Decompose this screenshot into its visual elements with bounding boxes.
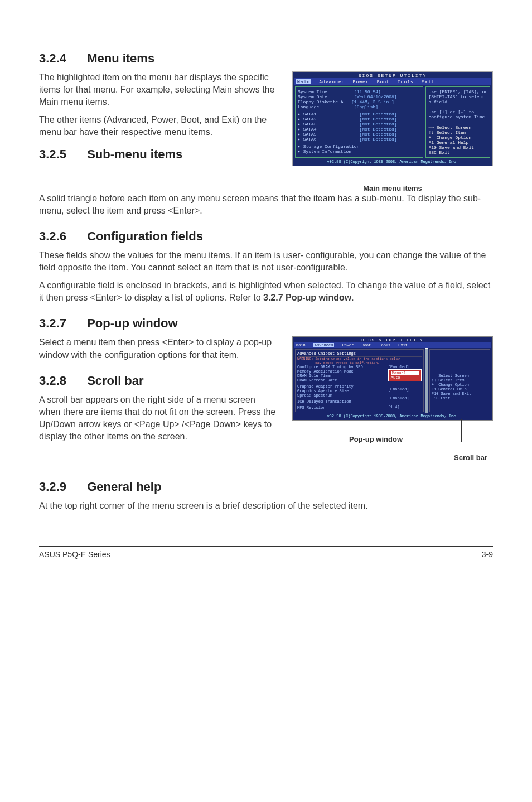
bios-item: System Date — [298, 94, 327, 99]
bios-footer: v02.58 (C)Copyright 1985-2008, American … — [294, 159, 491, 165]
para-324-2: The other items (Advanced, Power, Boot, … — [39, 114, 281, 138]
bios-submenu: Storage Configuration — [298, 144, 420, 149]
bios-item: SATA5 — [303, 132, 317, 137]
para-325-1: A solid triangle before each item on any… — [39, 192, 493, 217]
tab: Main — [296, 343, 306, 347]
sect-num: 3.2.8 — [39, 374, 84, 388]
warning-text: WARNING: Setting wrong values in the sec… — [297, 357, 422, 365]
popup-option: Manual — [391, 371, 419, 375]
bios-help-panel: Use [ENTER], [TAB], or [SHIFT-TAB] to se… — [425, 86, 490, 158]
nav-line: F10 Save and Exit — [428, 145, 487, 150]
tab-main: Main — [296, 79, 311, 84]
bios-advanced-panel: Advanced Chipset Settings WARNING: Setti… — [295, 349, 424, 412]
help-line: a field. — [428, 99, 487, 104]
tab-exit: Exit — [422, 79, 434, 84]
footer-right: 3-9 — [482, 550, 493, 559]
sect-title: Pop-up window — [87, 316, 178, 330]
sect-num: 3.2.5 — [39, 147, 84, 162]
tab-tools: Tools — [398, 79, 414, 84]
sect-num: 3.2.9 — [39, 480, 84, 494]
help-line: [SHIFT-TAB] to select — [428, 94, 487, 99]
nav-line: ←→ Select Screen — [428, 125, 487, 130]
scroll-bar — [425, 348, 428, 413]
bios-popup-screenshot: BIOS SETUP UTILITY Main Advanced Power B… — [292, 336, 493, 421]
bios-value: [Not Detected] — [359, 117, 396, 122]
tab-boot: Boot — [377, 79, 390, 84]
figure-caption-main-menu: Main menu items — [292, 184, 493, 192]
page-footer: ASUS P5Q-E Series 3-9 — [39, 546, 493, 559]
bios-value: [Not Detected] — [359, 127, 396, 132]
bios-item: Language — [298, 104, 319, 109]
bios-value: [Wed 04/16/2008] — [354, 94, 397, 99]
sect-num: 3.2.6 — [39, 229, 84, 244]
bios-value: [1.44M, 3.5 in.] — [351, 99, 394, 104]
heading-326: 3.2.6 Configuration fields — [39, 229, 493, 244]
tab: Exit — [398, 343, 408, 347]
bios-value: [1.4] — [388, 405, 422, 409]
bios-item: Graphics Aperture Size — [297, 389, 388, 393]
bios-nav-panel: ←→ Select Screen ↑↓ Select Item +- Chang… — [429, 349, 490, 412]
bios-item: DRAM Idle Timer — [297, 374, 388, 378]
bios-menu-bar: Main Advanced Power Boot Tools Exit — [294, 342, 491, 348]
bios-submenu: System Information — [298, 149, 420, 154]
figure-caption-popup: Pop-up window — [259, 435, 493, 443]
bios-item: Memory Acceleration Mode — [297, 369, 388, 374]
nav-line: ESC Exit — [428, 150, 487, 155]
bios-footer: v02.58 (C)Copyright 1985-2008, American … — [294, 413, 491, 419]
bios-item: Configure DRAM Timing by SPD — [297, 365, 388, 369]
heading-324: 3.2.4 Menu items — [39, 51, 493, 66]
bios-item: SATA1 — [303, 112, 317, 117]
help-line: Use [ENTER], [TAB], or — [428, 89, 487, 94]
tab: Boot — [361, 343, 371, 347]
heading-327: 3.2.7 Pop-up window — [39, 316, 493, 331]
nav-line: +- Change Option — [432, 383, 488, 387]
help-line: Use [+] or [-] to — [428, 109, 487, 114]
bios-banner: BIOS SETUP UTILITY — [294, 338, 491, 342]
sect-title: Scroll bar — [87, 374, 143, 388]
panel-header: Advanced Chipset Settings — [297, 351, 422, 356]
nav-line: ESC Exit — [432, 396, 488, 400]
nav-line: F10 Save and Exit — [432, 392, 488, 396]
bios-value: [Not Detected] — [359, 132, 396, 137]
bios-main-panel: System Time [11:56:54] System Date [Wed … — [295, 86, 423, 158]
nav-line: F1 General Help — [432, 387, 488, 392]
para-326-2: A configurable field is enclosed in brac… — [39, 279, 493, 304]
sect-title: General help — [87, 480, 161, 494]
tab-power: Power — [353, 79, 369, 84]
nav-line: ←→ Select Screen — [432, 374, 488, 378]
bios-value: [Not Detected] — [359, 122, 396, 127]
bios-value: [Not Detected] — [359, 137, 396, 142]
bios-item: SATA4 — [303, 127, 317, 132]
bios-item: SATA2 — [303, 117, 317, 122]
bios-value: [Not Detected] — [359, 112, 396, 117]
sect-title: Menu items — [87, 51, 154, 65]
bios-item: Graphic Adapter Priority — [297, 384, 388, 389]
bios-item: DRAM Refresh Rate — [297, 378, 388, 383]
heading-329: 3.2.9 General help — [39, 480, 493, 494]
bios-item: System Time — [298, 89, 327, 94]
popup-box: Manual Auto — [388, 369, 422, 381]
bios-item: SATA3 — [303, 122, 317, 127]
tab: Advanced — [313, 343, 335, 347]
bios-value: [Enabled] — [388, 396, 422, 400]
bios-value: [Enabled] — [388, 387, 422, 392]
bios-item: Floppy Diskette A — [298, 99, 344, 104]
tab-advanced: Advanced — [319, 79, 345, 84]
tab: Tools — [379, 343, 390, 347]
bios-item: ICH Delayed Transaction — [297, 399, 388, 404]
bios-value: [English] — [354, 104, 378, 109]
sect-num: 3.2.7 — [39, 316, 84, 331]
bios-item: Spread Spectrum — [297, 393, 388, 398]
nav-line: F1 General Help — [428, 140, 487, 145]
para-326-1: These fields show the values for the men… — [39, 249, 493, 274]
heading-325: 3.2.5 Sub-menu items — [39, 147, 281, 162]
sect-title: Sub-menu items — [87, 147, 182, 161]
para-327-1: Select a menu item then press <Enter> to… — [39, 336, 273, 361]
nav-line: ↑↓ Select Item — [432, 378, 488, 383]
help-line: configure system Time. — [428, 114, 487, 119]
footer-left: ASUS P5Q-E Series — [39, 550, 110, 559]
bios-main-screenshot: BIOS SETUP UTILITY Main Advanced Power B… — [292, 71, 493, 166]
sect-num: 3.2.4 — [39, 51, 84, 66]
nav-line: ↑↓ Select Item — [428, 130, 487, 135]
figure-caption-scrollbar: Scroll bar — [292, 453, 493, 462]
